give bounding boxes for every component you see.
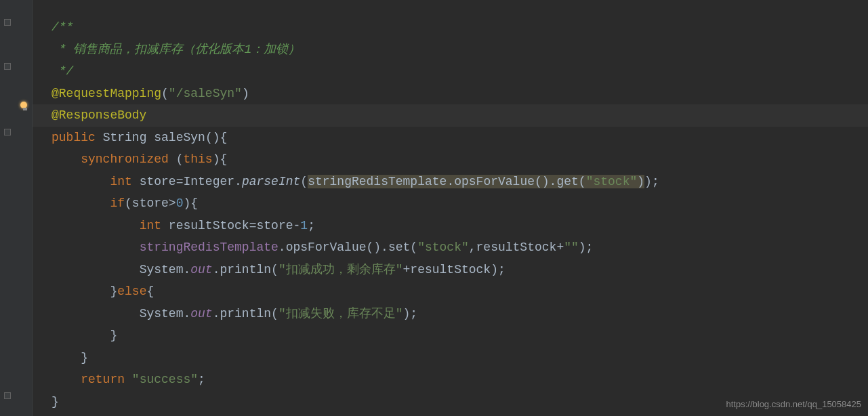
variable: store [140, 175, 176, 188]
static-field: out [190, 263, 212, 276]
keyword: if [110, 196, 125, 210]
code-line: * 销售商品，扣减库存（优化版本1：加锁） [51, 39, 868, 61]
editor-gutter [0, 0, 33, 416]
doc-comment: * 销售商品，扣减库存（优化版本1：加锁） [51, 43, 300, 56]
fold-icon[interactable] [4, 129, 11, 136]
method-call: opsForValue [286, 241, 367, 254]
lightbulb-icon[interactable] [20, 102, 30, 111]
code-line: System.out.println("扣减成功，剩余库存"+resultSto… [51, 259, 868, 281]
fold-icon[interactable] [4, 392, 11, 399]
annotation: @ResponseBody [51, 108, 146, 122]
variable: store [256, 219, 293, 232]
number-literal: 1 [300, 219, 308, 232]
code-line: int store=Integer.parseInt(stringRedisTe… [51, 171, 868, 193]
string-literal: "扣减失败，库存不足" [278, 307, 403, 320]
code-line: }else{ [51, 280, 868, 303]
method-call: println [220, 263, 271, 276]
code-line: System.out.println("扣减失败，库存不足"); [51, 303, 868, 325]
annotation: @RequestMapping [51, 87, 161, 100]
code-line-active: @ResponseBody [0, 104, 868, 127]
code-line: */ [51, 60, 868, 83]
method-call: set [388, 241, 410, 254]
variable: store [132, 196, 169, 210]
fold-icon[interactable] [4, 19, 11, 26]
code-line: } [51, 347, 868, 369]
code-line: synchronized (this){ [51, 148, 868, 171]
class: Integer [183, 175, 234, 188]
type: String [103, 131, 147, 144]
variable: resultStock [169, 219, 249, 232]
keyword: this [183, 152, 212, 166]
watermark-text: https://blog.csdn.net/qq_15058425 [726, 396, 862, 412]
code-line: } [51, 325, 868, 347]
string-literal: "success" [132, 373, 198, 386]
variable: resultStock [410, 263, 491, 276]
keyword: synchronized [81, 152, 169, 166]
fold-icon[interactable] [4, 63, 11, 70]
method-call: opsForValue [454, 175, 535, 188]
code-line: stringRedisTemplate.opsForValue().set("s… [51, 236, 868, 259]
keyword: int [140, 219, 161, 232]
keyword: else [117, 285, 146, 298]
string-literal: "" [564, 241, 579, 254]
code-line: int resultStock=store-1; [51, 215, 868, 237]
code-line: if(store>0){ [51, 192, 868, 215]
code-line: /** [51, 16, 868, 39]
field: stringRedisTemplate [140, 241, 278, 254]
keyword: int [110, 175, 131, 188]
string-literal: "stock" [586, 175, 638, 188]
method-call: println [220, 307, 271, 320]
keyword: public [51, 131, 96, 144]
code-line: @RequestMapping("/saleSyn") [51, 83, 868, 105]
code-line: return "success"; [51, 369, 868, 391]
class: System [140, 307, 184, 320]
highlighted-field: stringRedisTemplate [308, 175, 447, 188]
string-literal: "扣减成功，剩余库存" [278, 263, 403, 276]
variable: resultStock [476, 241, 557, 254]
method-name: saleSyn [154, 131, 205, 144]
doc-comment: */ [51, 64, 73, 78]
static-field: out [190, 307, 212, 320]
string-literal: "/saleSyn" [169, 87, 242, 100]
code-editor[interactable]: /** * 销售商品，扣减库存（优化版本1：加锁） */ @RequestMap… [33, 0, 868, 413]
class: System [140, 263, 184, 276]
static-method: parseInt [242, 175, 300, 188]
number-literal: 0 [176, 196, 184, 210]
doc-comment: /** [51, 20, 73, 34]
keyword: return [81, 373, 125, 386]
string-literal: "stock" [417, 241, 469, 254]
code-line: public String saleSyn(){ [51, 127, 868, 149]
method-call: get [556, 175, 578, 188]
